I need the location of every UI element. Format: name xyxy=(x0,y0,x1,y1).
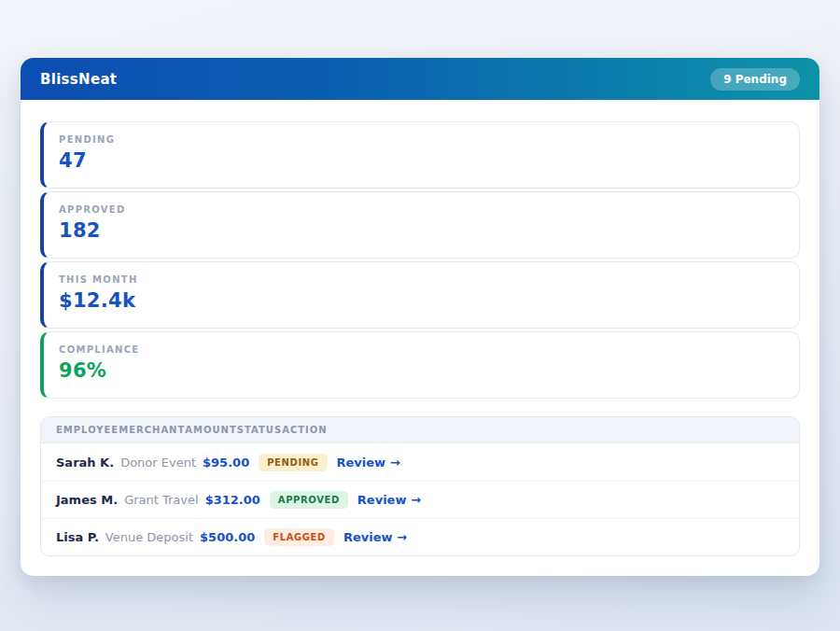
table-header-row: EMPLOYEEMERCHANTAMOUNTSTATUSACTION xyxy=(41,417,799,443)
status-badge: PENDING xyxy=(259,454,327,471)
stat-label: THIS MONTH xyxy=(59,274,784,285)
merchant-name: Donor Event xyxy=(120,456,196,470)
expenses-table: EMPLOYEEMERCHANTAMOUNTSTATUSACTION Sarah… xyxy=(40,416,800,556)
amount-value: $312.00 xyxy=(205,493,260,507)
review-link[interactable]: Review → xyxy=(337,456,400,470)
merchant-name: Venue Deposit xyxy=(105,530,193,544)
stat-card-pending: PENDING 47 xyxy=(40,121,800,189)
pending-count-badge: 9 Pending xyxy=(710,68,800,91)
column-header-merchant: MERCHANT xyxy=(119,425,185,435)
stat-card-compliance: COMPLIANCE 96% xyxy=(40,331,800,399)
employee-name: James M. xyxy=(56,493,118,507)
amount-value: $95.00 xyxy=(203,456,249,470)
review-link[interactable]: Review → xyxy=(357,493,421,507)
dashboard-panel: BlissNeat 9 Pending PENDING 47 APPROVED … xyxy=(21,58,819,576)
panel-content: PENDING 47 APPROVED 182 THIS MONTH $12.4… xyxy=(21,100,819,576)
table-row: Lisa P. Venue Deposit $500.00 FLAGGED Re… xyxy=(41,518,799,555)
table-row: James M. Grant Travel $312.00 APPROVED R… xyxy=(41,481,799,518)
table-row: Sarah K. Donor Event $95.00 PENDING Revi… xyxy=(41,443,799,481)
app-header: BlissNeat 9 Pending xyxy=(21,58,819,100)
stat-value: 47 xyxy=(59,149,784,172)
app-title: BlissNeat xyxy=(40,71,117,88)
amount-value: $500.00 xyxy=(200,530,255,544)
status-badge: FLAGGED xyxy=(264,528,334,546)
stat-value: $12.4k xyxy=(59,289,784,312)
stat-card-approved: APPROVED 182 xyxy=(40,191,800,259)
employee-name: Lisa P. xyxy=(56,530,99,544)
column-header-amount: AMOUNT xyxy=(185,425,237,435)
column-header-status: STATUS xyxy=(237,425,282,435)
status-badge: APPROVED xyxy=(270,491,348,509)
column-header-action: ACTION xyxy=(282,425,328,435)
column-header-employee: EMPLOYEE xyxy=(56,425,119,435)
employee-name: Sarah K. xyxy=(56,456,114,470)
stat-label: APPROVED xyxy=(59,204,784,215)
review-link[interactable]: Review → xyxy=(343,530,407,544)
stat-label: PENDING xyxy=(59,134,784,145)
stat-label: COMPLIANCE xyxy=(59,344,784,355)
merchant-name: Grant Travel xyxy=(124,493,199,507)
stat-card-this-month: THIS MONTH $12.4k xyxy=(40,261,800,329)
stat-value: 182 xyxy=(59,219,784,242)
stat-value: 96% xyxy=(59,359,784,382)
